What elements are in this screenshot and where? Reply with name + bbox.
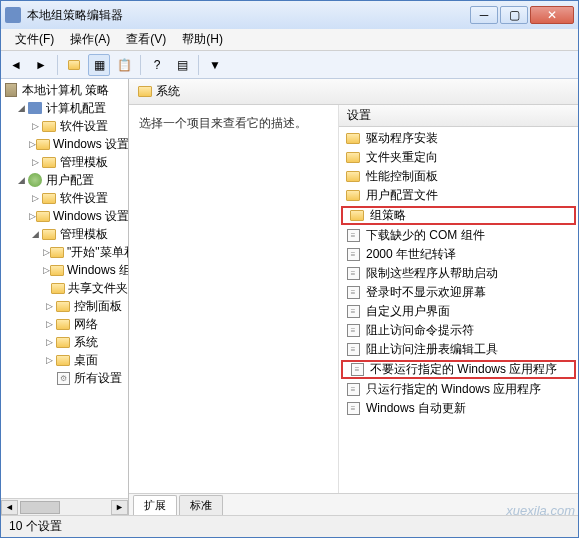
tree-item[interactable]: 共享文件夹 xyxy=(1,279,128,297)
separator xyxy=(140,55,141,75)
list-item[interactable]: ≡登录时不显示欢迎屏幕 xyxy=(339,283,578,302)
list-column-header[interactable]: 设置 xyxy=(339,105,578,127)
list-item-label: 不要运行指定的 Windows 应用程序 xyxy=(370,361,557,378)
forward-button[interactable]: ► xyxy=(30,54,52,76)
tree-item[interactable]: ▷Windows 组件 xyxy=(1,261,128,279)
properties-button[interactable]: ▤ xyxy=(171,54,193,76)
show-hide-tree-button[interactable]: ▦ xyxy=(88,54,110,76)
list-item[interactable]: 性能控制面板 xyxy=(339,167,578,186)
tab-extended[interactable]: 扩展 xyxy=(133,495,177,515)
description-text: 选择一个项目来查看它的描述。 xyxy=(139,115,328,132)
tree-root[interactable]: 本地计算机 策略 xyxy=(1,81,128,99)
tree-item[interactable]: ⚙所有设置 xyxy=(1,369,128,387)
folder-icon xyxy=(349,209,365,223)
tree-item[interactable]: ▷控制面板 xyxy=(1,297,128,315)
tree-label: 本地计算机 策略 xyxy=(22,82,109,99)
tree-item[interactable]: ▷管理模板 xyxy=(1,153,128,171)
settings-list[interactable]: 设置 驱动程序安装文件夹重定向性能控制面板用户配置文件组策略≡下载缺少的 COM… xyxy=(339,105,578,493)
tree-label: 管理模板 xyxy=(60,226,108,243)
tree-item[interactable]: ▷Windows 设置 xyxy=(1,135,128,153)
list-item[interactable]: 驱动程序安装 xyxy=(339,129,578,148)
expand-icon[interactable]: ▷ xyxy=(29,121,41,131)
app-icon xyxy=(5,7,21,23)
tree-item[interactable]: ▷软件设置 xyxy=(1,117,128,135)
expand-icon[interactable]: ▷ xyxy=(29,139,36,149)
list-item[interactable]: ≡2000 年世纪转译 xyxy=(339,245,578,264)
list-item[interactable]: 用户配置文件 xyxy=(339,186,578,205)
list-item[interactable]: ≡下载缺少的 COM 组件 xyxy=(339,226,578,245)
menu-action[interactable]: 操作(A) xyxy=(62,29,118,50)
collapse-icon[interactable]: ◢ xyxy=(29,229,41,239)
window-title: 本地组策略编辑器 xyxy=(27,7,468,24)
collapse-icon[interactable]: ◢ xyxy=(15,175,27,185)
expand-icon[interactable]: ▷ xyxy=(29,157,41,167)
help-button[interactable]: ? xyxy=(146,54,168,76)
setting-icon: ≡ xyxy=(345,383,361,397)
close-button[interactable]: ✕ xyxy=(530,6,574,24)
tree-label: Windows 组件 xyxy=(67,262,129,279)
scroll-right-button[interactable]: ► xyxy=(111,500,128,515)
back-button[interactable]: ◄ xyxy=(5,54,27,76)
menu-file[interactable]: 文件(F) xyxy=(7,29,62,50)
list-item-label: 自定义用户界面 xyxy=(366,303,450,320)
separator xyxy=(57,55,58,75)
minimize-button[interactable]: ─ xyxy=(470,6,498,24)
setting-icon: ≡ xyxy=(345,305,361,319)
list-item[interactable]: ≡不要运行指定的 Windows 应用程序 xyxy=(341,360,576,379)
tree-item[interactable]: ▷桌面 xyxy=(1,351,128,369)
setting-icon: ≡ xyxy=(345,286,361,300)
tree-label: 用户配置 xyxy=(46,172,94,189)
tree-label: 共享文件夹 xyxy=(68,280,128,297)
tree-item[interactable]: ▷"开始"菜单和任务栏 xyxy=(1,243,128,261)
tree-user-config[interactable]: ◢用户配置 xyxy=(1,171,128,189)
folder-icon xyxy=(345,132,361,146)
expand-icon[interactable]: ▷ xyxy=(43,265,50,275)
list-item[interactable]: ≡只运行指定的 Windows 应用程序 xyxy=(339,380,578,399)
tree-item[interactable]: ▷软件设置 xyxy=(1,189,128,207)
expand-icon[interactable]: ▷ xyxy=(29,193,41,203)
tree-label: 软件设置 xyxy=(60,190,108,207)
list-item[interactable]: 组策略 xyxy=(341,206,576,225)
menubar: 文件(F) 操作(A) 查看(V) 帮助(H) xyxy=(1,29,578,51)
expand-icon[interactable]: ▷ xyxy=(43,247,50,257)
list-item[interactable]: ≡Windows 自动更新 xyxy=(339,399,578,418)
collapse-icon[interactable]: ◢ xyxy=(15,103,27,113)
tree-label: 计算机配置 xyxy=(46,100,106,117)
tree-computer-config[interactable]: ◢计算机配置 xyxy=(1,99,128,117)
tree-system[interactable]: ▷系统 xyxy=(1,333,128,351)
tree-item[interactable]: ▷网络 xyxy=(1,315,128,333)
folder-icon xyxy=(345,151,361,165)
setting-icon: ≡ xyxy=(349,363,365,377)
up-button[interactable] xyxy=(63,54,85,76)
expand-icon[interactable]: ▷ xyxy=(29,211,36,221)
filter-button[interactable]: ▼ xyxy=(204,54,226,76)
list-item-label: 用户配置文件 xyxy=(366,187,438,204)
tab-standard[interactable]: 标准 xyxy=(179,495,223,515)
tree-pane: 本地计算机 策略 ◢计算机配置 ▷软件设置 ▷Windows 设置 ▷管理模板 … xyxy=(1,79,129,515)
list-item[interactable]: ≡限制这些程序从帮助启动 xyxy=(339,264,578,283)
export-button[interactable]: 📋 xyxy=(113,54,135,76)
tree-item[interactable]: ▷Windows 设置 xyxy=(1,207,128,225)
folder-icon xyxy=(345,170,361,184)
tree-label: Windows 设置 xyxy=(53,136,129,153)
tree-label: 所有设置 xyxy=(74,370,122,387)
scroll-left-button[interactable]: ◄ xyxy=(1,500,18,515)
list-item[interactable]: 文件夹重定向 xyxy=(339,148,578,167)
expand-icon[interactable]: ▷ xyxy=(43,337,55,347)
content-header: 系统 xyxy=(129,79,578,105)
maximize-button[interactable]: ▢ xyxy=(500,6,528,24)
tree-admin-templates[interactable]: ◢管理模板 xyxy=(1,225,128,243)
menu-help[interactable]: 帮助(H) xyxy=(174,29,231,50)
tree-hscrollbar[interactable]: ◄ ► xyxy=(1,498,128,515)
expand-icon[interactable]: ▷ xyxy=(43,319,55,329)
expand-icon[interactable]: ▷ xyxy=(43,301,55,311)
scroll-thumb[interactable] xyxy=(20,501,60,514)
expand-icon[interactable]: ▷ xyxy=(43,355,55,365)
list-item[interactable]: ≡阻止访问注册表编辑工具 xyxy=(339,340,578,359)
list-item[interactable]: ≡阻止访问命令提示符 xyxy=(339,321,578,340)
folder-icon xyxy=(345,189,361,203)
menu-view[interactable]: 查看(V) xyxy=(118,29,174,50)
tree-label: 管理模板 xyxy=(60,154,108,171)
list-item-label: 性能控制面板 xyxy=(366,168,438,185)
list-item[interactable]: ≡自定义用户界面 xyxy=(339,302,578,321)
